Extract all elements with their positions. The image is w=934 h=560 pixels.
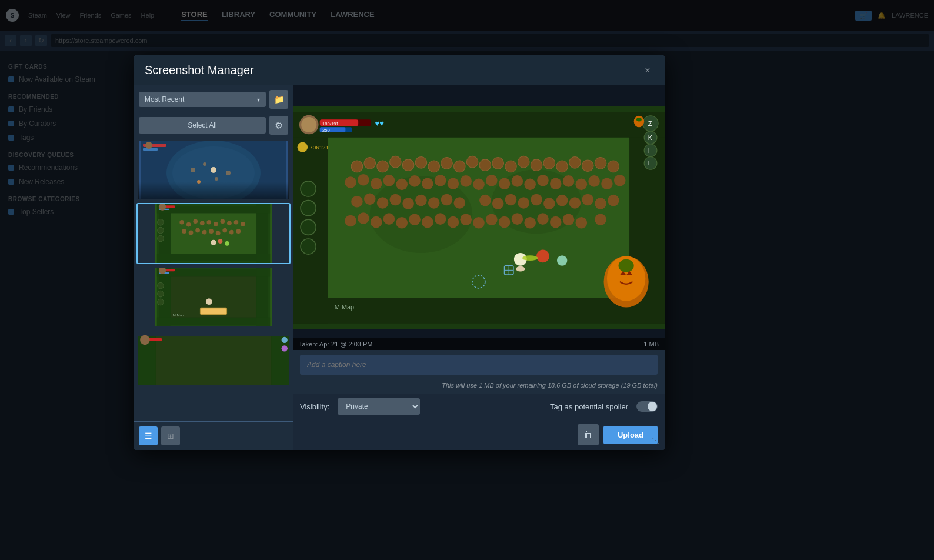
storage-info: This will use 1 MB of your remaining 18.… <box>293 379 665 394</box>
thumb-overlay-1 <box>138 182 289 199</box>
folder-button[interactable]: 📁 <box>269 90 288 109</box>
svg-point-94 <box>492 158 504 169</box>
svg-rect-69 <box>156 336 271 385</box>
svg-point-25 <box>206 220 211 225</box>
svg-point-100 <box>569 156 581 168</box>
svg-point-27 <box>221 219 225 224</box>
svg-text:♥♥: ♥♥ <box>375 119 384 128</box>
svg-point-157 <box>486 214 498 225</box>
svg-point-105 <box>358 174 369 186</box>
svg-point-23 <box>193 219 198 224</box>
screenshot-thumb-1[interactable] <box>136 139 291 201</box>
svg-point-125 <box>614 175 626 186</box>
svg-point-158 <box>499 216 511 228</box>
svg-point-47 <box>158 227 164 234</box>
view-grid-button[interactable]: ⊞ <box>161 426 180 445</box>
svg-point-160 <box>524 217 536 229</box>
visibility-label: Visibility: <box>300 402 329 411</box>
svg-point-97 <box>531 159 542 171</box>
svg-point-38 <box>229 230 234 235</box>
svg-point-111 <box>435 175 446 186</box>
dialog-title: Screenshot Manager <box>145 64 254 77</box>
svg-rect-54 <box>157 318 270 326</box>
svg-point-108 <box>396 179 408 191</box>
svg-point-36 <box>216 231 221 235</box>
settings-button[interactable]: ⚙ <box>269 116 288 135</box>
svg-point-129 <box>390 194 402 206</box>
svg-point-190 <box>644 144 657 157</box>
svg-point-136 <box>492 198 504 209</box>
svg-point-126 <box>351 196 363 208</box>
svg-point-162 <box>550 216 562 228</box>
spoiler-label: Tag as potential spoiler <box>550 402 628 411</box>
svg-point-42 <box>225 241 229 246</box>
svg-point-168 <box>536 249 549 262</box>
svg-rect-79 <box>293 298 665 324</box>
view-list-button[interactable]: ☰ <box>139 426 158 445</box>
svg-point-4 <box>203 162 206 166</box>
select-all-button[interactable]: Select All <box>139 117 266 134</box>
svg-rect-58 <box>201 308 226 314</box>
screenshot-taken-date: Taken: Apr 21 @ 2:03 PM <box>299 341 373 348</box>
svg-point-63 <box>158 291 164 297</box>
svg-rect-18 <box>157 204 270 213</box>
svg-point-87 <box>402 159 414 171</box>
svg-point-84 <box>364 158 376 169</box>
sort-dropdown[interactable]: Most Recent ▾ <box>139 92 266 107</box>
screenshot-thumbnails: M Map <box>134 137 293 421</box>
spoiler-toggle[interactable] <box>636 401 658 412</box>
screenshot-size: 1 MB <box>643 341 659 348</box>
svg-point-24 <box>200 221 205 225</box>
svg-point-98 <box>543 158 555 169</box>
svg-point-204 <box>634 116 644 128</box>
select-all-row: Select All ⚙ <box>134 114 293 137</box>
svg-point-112 <box>448 178 459 189</box>
svg-point-176 <box>619 259 634 272</box>
svg-point-121 <box>563 175 575 187</box>
svg-point-107 <box>383 175 395 186</box>
svg-point-140 <box>543 198 555 209</box>
svg-point-90 <box>441 158 453 169</box>
svg-point-147 <box>358 212 369 224</box>
svg-point-137 <box>505 194 517 206</box>
sort-dropdown-arrow: ▾ <box>257 96 260 103</box>
svg-point-127 <box>364 194 376 205</box>
svg-point-109 <box>409 175 421 187</box>
svg-point-159 <box>512 213 523 225</box>
svg-point-106 <box>371 178 382 189</box>
svg-point-153 <box>435 213 446 225</box>
svg-point-130 <box>402 198 414 209</box>
screenshot-thumb-3[interactable]: M Map <box>136 266 291 328</box>
svg-point-169 <box>522 255 538 261</box>
dialog-body: Most Recent ▾ 📁 Select All ⚙ <box>134 85 665 450</box>
svg-point-30 <box>241 222 245 226</box>
svg-point-167 <box>516 266 525 272</box>
resize-handle[interactable]: ⋱ <box>652 436 660 445</box>
svg-text:I: I <box>648 147 650 154</box>
svg-point-110 <box>422 178 433 189</box>
svg-point-91 <box>454 161 466 172</box>
svg-point-196 <box>301 181 316 196</box>
dialog-close-button[interactable]: × <box>641 64 654 77</box>
svg-point-150 <box>396 217 408 229</box>
svg-point-141 <box>556 195 568 206</box>
caption-input[interactable] <box>300 355 658 375</box>
visibility-select[interactable]: Private Friends Only Public <box>338 398 420 415</box>
svg-point-3 <box>191 168 195 172</box>
screenshot-thumb-4[interactable] <box>136 330 291 391</box>
upload-button[interactable]: Upload <box>603 426 658 444</box>
svg-point-198 <box>301 219 316 235</box>
delete-button[interactable]: 🗑 <box>578 424 599 445</box>
svg-point-11 <box>145 142 152 149</box>
svg-point-40 <box>211 240 216 245</box>
svg-point-131 <box>415 195 427 206</box>
svg-rect-19 <box>157 254 270 263</box>
caption-area <box>293 350 665 379</box>
screenshot-thumb-2[interactable] <box>136 203 291 264</box>
svg-point-8 <box>211 167 216 173</box>
svg-point-72 <box>282 337 288 343</box>
svg-point-154 <box>448 216 459 228</box>
main-screenshot-image: 189/191 250 ♥♥ Z K I L <box>293 85 665 350</box>
svg-point-118 <box>524 179 536 191</box>
svg-point-99 <box>556 161 568 172</box>
